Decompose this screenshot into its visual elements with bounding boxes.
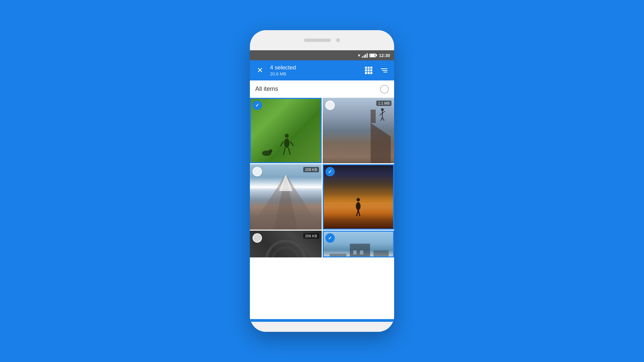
battery-icon <box>369 54 376 57</box>
selected-size: 20.8 MB <box>270 71 359 76</box>
status-time: 12:30 <box>379 53 390 58</box>
grid-row-3: 206 KB <box>250 231 394 257</box>
svg-line-14 <box>381 117 382 121</box>
svg-line-3 <box>290 141 293 146</box>
grid-row-2: 208 KB <box>250 164 394 230</box>
status-icons: ▾ 12:30 <box>358 53 390 58</box>
bottom-action-bar <box>250 319 394 322</box>
selection-circle-2 <box>325 101 335 110</box>
svg-rect-32 <box>360 250 363 254</box>
svg-line-2 <box>280 141 283 146</box>
svg-point-23 <box>267 241 305 257</box>
signal-icon <box>362 53 368 58</box>
grid-view-icon[interactable] <box>363 65 374 76</box>
svg-line-15 <box>382 117 384 121</box>
action-bar-icons <box>363 65 389 76</box>
file-size-5: 206 KB <box>303 233 319 239</box>
svg-point-10 <box>381 108 384 111</box>
wifi-icon: ▾ <box>358 53 360 58</box>
svg-point-1 <box>284 138 289 148</box>
file-size-2: 1.1 MB <box>376 101 391 106</box>
phone-top-bar <box>250 30 394 50</box>
svg-marker-8 <box>371 123 391 163</box>
phone-device: ▾ 12:30 ✕ 4 selected <box>250 30 394 332</box>
close-button[interactable]: ✕ <box>255 65 265 76</box>
phone-speaker <box>304 39 331 42</box>
image-grid: ✓ <box>250 98 394 319</box>
sort-icon[interactable] <box>379 65 389 76</box>
selection-circle-5 <box>253 233 262 243</box>
svg-rect-27 <box>350 244 370 257</box>
selection-check-4: ✓ <box>325 167 335 176</box>
phone-bottom <box>250 322 394 332</box>
action-bar: ✕ 4 selected 20.8 MB <box>250 60 394 80</box>
svg-line-4 <box>283 148 285 155</box>
svg-rect-31 <box>353 250 357 254</box>
image-cell-6[interactable]: ✓ <box>323 231 394 257</box>
svg-rect-28 <box>374 250 389 257</box>
svg-rect-26 <box>330 254 346 257</box>
svg-point-0 <box>285 134 289 138</box>
image-cell-1[interactable]: ✓ <box>250 98 322 163</box>
image-cell-2[interactable]: 1.1 MB <box>323 98 394 163</box>
image-cell-3[interactable]: 208 KB <box>250 164 322 230</box>
phone-camera <box>336 38 340 42</box>
svg-marker-9 <box>371 110 376 123</box>
svg-line-13 <box>382 111 385 113</box>
svg-line-12 <box>380 113 382 115</box>
svg-point-24 <box>273 247 299 257</box>
svg-line-22 <box>358 210 360 216</box>
selection-info: 4 selected 20.8 MB <box>270 64 359 76</box>
image-cell-5[interactable]: 206 KB <box>250 231 322 257</box>
selected-count: 4 selected <box>270 64 359 71</box>
svg-point-25 <box>279 254 292 257</box>
selection-check-6: ✓ <box>325 233 335 243</box>
section-header: All items <box>250 80 394 98</box>
svg-line-5 <box>288 148 290 155</box>
selection-check-1: ✓ <box>253 101 262 110</box>
image-cell-4[interactable]: ✓ <box>323 164 394 230</box>
file-size-3: 208 KB <box>303 167 319 172</box>
svg-point-7 <box>269 149 272 153</box>
grid-row-1: ✓ <box>250 98 394 163</box>
svg-point-19 <box>357 198 360 201</box>
status-bar: ▾ 12:30 <box>250 50 394 60</box>
select-all-button[interactable] <box>380 85 389 94</box>
phone-screen: ▾ 12:30 ✕ 4 selected <box>250 50 394 322</box>
selection-circle-3 <box>253 167 262 176</box>
section-title: All items <box>255 85 278 93</box>
svg-point-20 <box>356 202 361 210</box>
